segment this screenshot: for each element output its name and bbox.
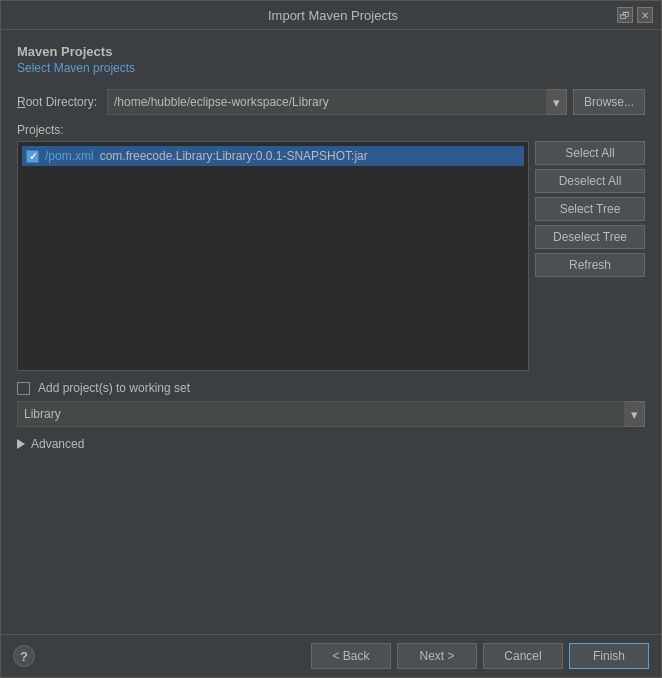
side-buttons: Select All Deselect All Select Tree Dese… bbox=[535, 141, 645, 371]
working-set-dropdown-row: ▾ bbox=[17, 401, 645, 427]
cancel-button[interactable]: Cancel bbox=[483, 643, 563, 669]
project-path: /pom.xml bbox=[45, 149, 94, 163]
projects-label: Projects: bbox=[17, 123, 645, 137]
working-set-row: Add project(s) to working set bbox=[17, 381, 645, 395]
back-button[interactable]: < Back bbox=[311, 643, 391, 669]
advanced-label: Advanced bbox=[31, 437, 84, 451]
working-set-checkbox[interactable] bbox=[17, 382, 30, 395]
dialog: Import Maven Projects 🗗 ✕ Maven Projects… bbox=[0, 0, 662, 678]
select-tree-button[interactable]: Select Tree bbox=[535, 197, 645, 221]
projects-list[interactable]: /pom.xml com.freecode.Library:Library:0.… bbox=[17, 141, 529, 371]
project-description: com.freecode.Library:Library:0.0.1-SNAPS… bbox=[100, 149, 368, 163]
finish-button[interactable]: Finish bbox=[569, 643, 649, 669]
deselect-all-button[interactable]: Deselect All bbox=[535, 169, 645, 193]
next-button[interactable]: Next > bbox=[397, 643, 477, 669]
dialog-content: Maven Projects Select Maven projects Roo… bbox=[1, 30, 661, 634]
refresh-button[interactable]: Refresh bbox=[535, 253, 645, 277]
section-subtitle: Select Maven projects bbox=[17, 61, 645, 75]
browse-button[interactable]: Browse... bbox=[573, 89, 645, 115]
root-directory-label: Root Directory: bbox=[17, 95, 107, 109]
restore-button[interactable]: 🗗 bbox=[617, 7, 633, 23]
root-directory-dropdown[interactable]: ▾ bbox=[547, 89, 567, 115]
advanced-row[interactable]: Advanced bbox=[17, 437, 645, 451]
deselect-tree-button[interactable]: Deselect Tree bbox=[535, 225, 645, 249]
projects-area: /pom.xml com.freecode.Library:Library:0.… bbox=[17, 141, 645, 371]
select-all-button[interactable]: Select All bbox=[535, 141, 645, 165]
project-checkbox[interactable] bbox=[26, 150, 39, 163]
dialog-title: Import Maven Projects bbox=[49, 8, 617, 23]
bottom-bar: ? < Back Next > Cancel Finish bbox=[1, 634, 661, 677]
list-item[interactable]: /pom.xml com.freecode.Library:Library:0.… bbox=[22, 146, 524, 166]
close-button[interactable]: ✕ bbox=[637, 7, 653, 23]
help-button[interactable]: ? bbox=[13, 645, 35, 667]
root-directory-row: Root Directory: ▾ Browse... bbox=[17, 89, 645, 115]
working-set-dropdown-arrow[interactable]: ▾ bbox=[625, 401, 645, 427]
advanced-triangle-icon bbox=[17, 439, 25, 449]
title-bar-controls: 🗗 ✕ bbox=[617, 7, 653, 23]
section-title: Maven Projects bbox=[17, 44, 645, 59]
working-set-input[interactable] bbox=[17, 401, 625, 427]
root-directory-input[interactable] bbox=[107, 89, 547, 115]
title-bar: Import Maven Projects 🗗 ✕ bbox=[1, 1, 661, 30]
working-set-label: Add project(s) to working set bbox=[38, 381, 190, 395]
